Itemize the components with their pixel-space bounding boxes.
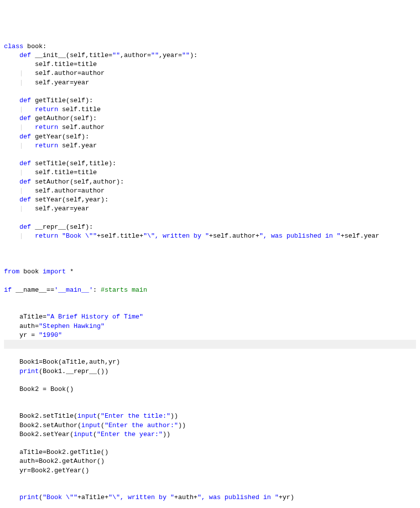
method-init: __init__ <box>35 52 65 59</box>
method-setAuthor: setAuthor <box>35 178 69 186</box>
method-setYear: setYear <box>35 196 62 203</box>
class-name: book <box>27 43 43 50</box>
method-getYear: getYear <box>35 133 62 140</box>
keyword-import: import <box>43 268 66 275</box>
method-setTitle: setTitle <box>35 160 65 167</box>
method-repr: __repr__ <box>35 223 65 231</box>
cursor-line <box>4 340 416 349</box>
method-getAuthor: getAuthor <box>35 115 69 122</box>
method-getTitle: getTitle <box>35 97 65 104</box>
string-title: "A Brief History of Time" <box>47 313 143 320</box>
keyword-from: from <box>4 268 19 275</box>
keyword-def: def <box>19 52 31 59</box>
builtin-input: input <box>77 412 97 420</box>
builtin-print: print <box>19 368 39 375</box>
keyword-class: class <box>4 43 23 50</box>
string-year: "1990" <box>39 331 62 339</box>
keyword-if: if <box>4 286 12 294</box>
code-block: class book: def __init__(self,title="",a… <box>4 42 416 503</box>
comment-main: #starts main <box>101 286 147 294</box>
string-author: "Stephen Hawking" <box>39 322 105 330</box>
